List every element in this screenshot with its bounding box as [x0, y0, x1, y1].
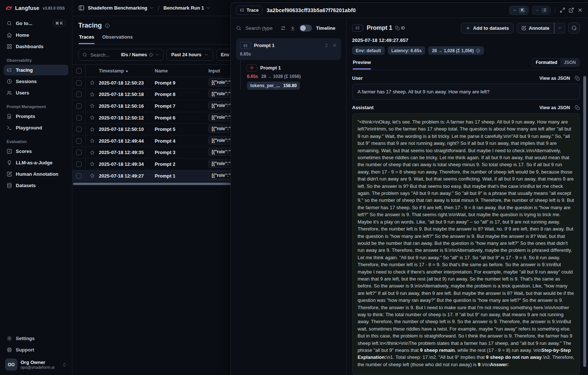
goto-search[interactable]: Go to... ⌘ K — [4, 17, 68, 29]
timeline-label: Timeline — [316, 25, 336, 31]
breadcrumb-project[interactable]: Shadeform Benchmarking — [88, 5, 154, 11]
sidebar-item-tracing[interactable]: Tracing — [4, 65, 68, 75]
trace-search-input[interactable] — [90, 52, 118, 58]
col-timestamp[interactable]: Timestamp ▼ — [99, 68, 155, 74]
org-switcher[interactable]: OO Org Owner ops@shadeform.ai — [4, 356, 68, 371]
star-icon[interactable] — [90, 80, 95, 85]
sidebar-item-prompts[interactable]: Prompts — [4, 111, 68, 122]
breadcrumb-run[interactable]: Benchmark Run 1 — [164, 5, 211, 11]
env-badge[interactable]: Env: default — [352, 46, 385, 55]
annotate-dropdown[interactable] — [554, 23, 565, 33]
sidebar-item-human-annotation[interactable]: Human Annotation — [4, 169, 68, 179]
scrollbar-thumb[interactable] — [583, 76, 586, 367]
row-checkbox[interactable] — [76, 161, 82, 167]
assistant-section-title: Assistant — [352, 105, 374, 110]
sidebar-item-users[interactable]: Users — [4, 88, 68, 98]
tab-traces[interactable]: Traces — [79, 34, 94, 44]
select-all-checkbox[interactable] — [76, 68, 82, 74]
star-icon[interactable] — [90, 161, 95, 167]
open-in-new-icon[interactable] — [569, 7, 574, 13]
nav-down-button[interactable]: J — [532, 6, 551, 15]
row-checkbox[interactable] — [76, 173, 82, 179]
star-icon[interactable] — [90, 127, 95, 132]
generation-node-name: Prompt 1 — [260, 65, 281, 71]
sidebar-item-scores[interactable]: Scores — [4, 146, 68, 157]
trace-search-box[interactable]: IDs / Names — [78, 49, 164, 61]
app-logo[interactable]: Langfuse v3.83.0 OSS — [4, 4, 68, 17]
star-icon[interactable] — [90, 138, 95, 143]
copy-icon[interactable] — [575, 76, 580, 81]
time-range-filter[interactable]: Past 24 hours — [166, 49, 213, 61]
trace-type-badge: Trace — [236, 6, 262, 15]
sidebar-item-support[interactable]: Support — [4, 344, 68, 355]
sidebar-item-sessions[interactable]: Sessions — [4, 76, 68, 87]
row-timestamp: 2025-07-18 12:50:16 — [99, 103, 155, 109]
org-email: ops@shadeform.ai — [21, 365, 55, 370]
nav-up-button[interactable]: K — [509, 6, 528, 15]
row-checkbox[interactable] — [76, 80, 82, 86]
user-view-as-json[interactable]: View as JSON — [539, 76, 570, 81]
org-avatar: OO — [5, 358, 17, 371]
peek-header: Trace 3a2bcef90633cff33b5a67f76201abf0 K… — [231, 3, 588, 18]
row-checkbox[interactable] — [76, 150, 82, 155]
tree-search-input[interactable] — [245, 25, 276, 31]
row-checkbox[interactable] — [76, 138, 82, 144]
comments-button[interactable] — [568, 22, 580, 33]
gear-icon — [7, 336, 12, 341]
chevron-down-icon — [155, 53, 159, 57]
search-icon — [7, 21, 12, 26]
sidebar-item-dashboards[interactable]: Dashboards — [4, 41, 68, 52]
trace-peek-panel: Trace 3a2bcef90633cff33b5a67f76201abf0 K… — [230, 2, 588, 375]
tab-preview[interactable]: Preview — [353, 60, 371, 69]
tree-generation-node[interactable]: Prompt 1 6.65s 28 → 1028 (Σ 1056) tokens… — [246, 64, 341, 90]
sidebar-item-settings[interactable]: Settings — [4, 333, 68, 344]
assistant-view-as-json[interactable]: View as JSON — [539, 105, 570, 110]
tree-root-trace[interactable]: Prompt 1 6.65s — [236, 38, 341, 60]
generation-metric-badge[interactable]: tokens_per_... 158.80 — [247, 82, 300, 90]
latency-badge[interactable]: Latency: 6.65s — [388, 46, 426, 55]
col-name[interactable]: Name — [155, 68, 208, 74]
row-checkbox[interactable] — [76, 92, 82, 97]
download-icon[interactable] — [290, 25, 295, 31]
sidebar-item-datasets[interactable]: Datasets — [4, 180, 68, 191]
star-icon[interactable] — [90, 115, 95, 120]
generation-latency: 6.65s — [247, 74, 258, 79]
row-checkbox[interactable] — [76, 126, 82, 132]
terminal-icon — [7, 125, 12, 131]
info-icon[interactable] — [105, 23, 110, 28]
expand-all-icon[interactable] — [324, 43, 329, 48]
format-formatted[interactable]: Formatted — [533, 59, 561, 66]
sidebar-item-llm-as-a-judge[interactable]: LLM-as-a-Judge — [4, 157, 68, 168]
add-to-datasets-button[interactable]: Add to datasets — [461, 23, 514, 33]
panel-left-icon[interactable] — [78, 5, 85, 11]
star-icon[interactable] — [90, 103, 95, 108]
trace-id[interactable]: 3a2bcef90633cff33b5a67f76201abf0 — [267, 7, 356, 13]
file-text-icon — [7, 114, 12, 119]
star-icon[interactable] — [90, 92, 95, 97]
row-checkbox[interactable] — [76, 115, 82, 121]
vertical-scrollbar[interactable] — [583, 76, 586, 373]
row-timestamp: 2025-07-18 12:50:23 — [99, 80, 155, 86]
timeline-toggle[interactable] — [300, 25, 312, 32]
star-icon[interactable] — [90, 150, 95, 155]
annotate-button[interactable]: Annotate — [517, 23, 554, 33]
collapse-all-icon[interactable] — [332, 43, 337, 48]
detail-title: Prompt 1 — [367, 25, 392, 31]
token-usage-badge[interactable]: 28 → 1,028 (Σ 1,056) — [428, 46, 484, 55]
close-icon[interactable] — [577, 7, 583, 13]
star-icon[interactable] — [90, 173, 95, 178]
sliders-icon[interactable] — [280, 25, 286, 31]
copy-id-button[interactable]: ID — [395, 26, 405, 31]
row-timestamp: 2025-07-18 12:50:12 — [99, 115, 155, 121]
org-name: Org Owner — [21, 360, 55, 365]
sidebar-item-home[interactable]: Home — [4, 30, 68, 40]
users-icon — [7, 90, 12, 96]
copy-icon[interactable] — [575, 105, 580, 110]
maximize-icon[interactable] — [560, 7, 565, 13]
sidebar-item-playground[interactable]: Playground — [4, 122, 68, 133]
format-toggle: Formatted JSON — [532, 58, 580, 67]
format-json[interactable]: JSON — [560, 59, 579, 66]
search-mode-selector[interactable]: IDs / Names — [121, 52, 159, 57]
tab-observations[interactable]: Observations — [102, 34, 133, 44]
row-checkbox[interactable] — [76, 103, 82, 109]
